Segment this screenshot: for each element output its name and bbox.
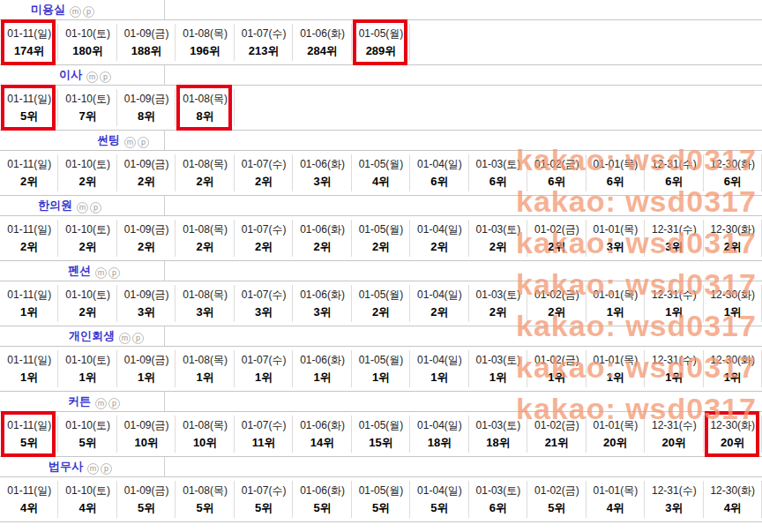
cell-date: 12-31(수) — [652, 483, 697, 498]
cell-date: 01-08(목) — [183, 26, 228, 41]
rank-cell: 01-03(토) 6위 — [469, 151, 527, 195]
cell-rank: 2위 — [430, 304, 448, 320]
cell-date: 01-11(일) — [7, 157, 51, 172]
pc-badge-icon: p — [90, 202, 101, 214]
cell-date: 01-09(금) — [124, 483, 169, 498]
cell-date: 01-08(목) — [183, 418, 228, 433]
rank-cell: 01-10(토) 180위 — [58, 20, 116, 64]
rank-cell: 01-08(목) 2위 — [176, 151, 234, 195]
rank-cell: 01-07(수) 2위 — [235, 151, 293, 195]
cell-date: 01-03(토) — [476, 222, 521, 237]
rank-cell: 12-31(수) 1위 — [645, 347, 703, 391]
cell-rank: 1위 — [607, 304, 624, 320]
rank-cell: 12-30(화) 1위 — [704, 347, 762, 391]
rank-cell: 01-04(일) 18위 — [410, 412, 468, 456]
cell-rank: 188위 — [131, 43, 162, 59]
cell-rank: 4위 — [372, 174, 390, 190]
cell-date: 01-11(일) — [7, 26, 51, 41]
cell-rank: 4위 — [20, 500, 38, 516]
cell-date: 01-10(토) — [65, 222, 110, 237]
cell-date: 01-10(토) — [65, 26, 110, 41]
cell-rank: 1위 — [724, 304, 742, 320]
keyword-link[interactable]: 썬팅 — [97, 132, 120, 148]
rank-cell: 01-02(금) 6위 — [527, 151, 586, 195]
cell-rank: 1위 — [20, 304, 38, 320]
cell-rank: 2위 — [255, 174, 273, 190]
rank-cell: 01-07(수) 3위 — [235, 281, 293, 326]
rank-cell: 01-10(토) 4위 — [58, 477, 116, 521]
rank-cell: 12-31(수) 3위 — [645, 477, 703, 521]
rank-cell: 01-08(목) 196위 — [176, 20, 234, 64]
rank-cell: 01-09(금) 3위 — [117, 281, 176, 326]
rank-cell: 01-04(일) 6위 — [410, 151, 468, 195]
rank-cell: 01-05(월) 1위 — [352, 347, 410, 391]
keyword-link[interactable]: 한의원 — [38, 198, 72, 214]
cell-rank: 3위 — [665, 239, 683, 255]
cell-rank: 2위 — [138, 174, 155, 190]
cell-rank: 2위 — [489, 304, 507, 320]
keyword-link[interactable]: 법무사 — [49, 459, 83, 475]
cell-rank: 196위 — [190, 43, 220, 59]
rank-cell: 01-03(토) 2위 — [469, 216, 527, 260]
cell-rank: 5위 — [430, 500, 448, 516]
cell-date: 01-03(토) — [476, 418, 521, 433]
rank-history-row: 01-11(일) 2위 01-10(토) 2위 01-09(금) 2위 01-0… — [0, 150, 762, 196]
rank-cell: 01-10(토) 2위 — [58, 281, 116, 326]
cell-rank: 21위 — [545, 435, 569, 451]
cell-rank: 2위 — [548, 239, 565, 255]
rank-cell: 01-09(금) 10위 — [117, 412, 176, 456]
cell-rank: 6위 — [548, 174, 565, 190]
rank-cell: 01-05(월) 4위 — [352, 151, 410, 195]
cell-rank: 4위 — [607, 500, 624, 516]
keyword-section-isa: 이사 m p 01-11(일) 5위 01-10(토) 7위 01-09(금) … — [0, 65, 762, 131]
cell-rank: 3위 — [138, 304, 155, 320]
rank-cell: 01-06(화) 2위 — [293, 216, 351, 260]
rank-cell: 12-30(화) 2위 — [704, 216, 762, 260]
cell-date: 01-06(화) — [300, 222, 345, 237]
rank-cell: 01-11(일) 5위 — [0, 86, 58, 130]
cell-date: 01-02(금) — [534, 222, 579, 237]
rank-cell: 01-03(토) 2위 — [469, 281, 527, 326]
keyword-link[interactable]: 미용실 — [31, 2, 65, 18]
cell-date: 01-07(수) — [242, 26, 287, 41]
rank-cell: 01-10(토) 1위 — [58, 347, 116, 391]
rank-cell: 01-09(금) 188위 — [117, 20, 176, 64]
rank-cell: 01-11(일) 2위 — [0, 151, 58, 195]
rank-cell: 12-31(수) 20위 — [645, 412, 703, 456]
keyword-link[interactable]: 펜션 — [68, 263, 91, 279]
cell-rank: 20위 — [603, 435, 627, 451]
rank-cell: 01-07(수) 2위 — [235, 216, 293, 260]
cell-date: 01-08(목) — [183, 157, 228, 172]
cell-rank: 5위 — [313, 500, 331, 516]
keyword-link[interactable]: 커튼 — [68, 393, 91, 409]
column-divider — [164, 261, 165, 281]
cell-rank: 5위 — [548, 500, 565, 516]
keyword-link[interactable]: 이사 — [59, 67, 82, 83]
cell-rank: 3위 — [607, 239, 624, 255]
rank-cell: 12-31(수) 1위 — [645, 281, 703, 326]
mobile-badge-icon: m — [95, 267, 107, 279]
rank-history-row: 01-11(일) 4위 01-10(토) 4위 01-09(금) 5위 01-0… — [0, 476, 762, 522]
cell-rank: 5위 — [20, 109, 38, 124]
cell-rank: 1위 — [489, 370, 507, 386]
rank-cell: 01-09(금) 2위 — [117, 216, 176, 260]
cell-rank: 4위 — [79, 500, 97, 516]
cell-date: 12-30(화) — [710, 418, 755, 433]
rank-cell: 01-04(일) 5위 — [410, 477, 468, 521]
cell-rank: 213위 — [249, 43, 280, 59]
cell-date: 01-04(일) — [417, 288, 462, 303]
rank-cell: 01-01(목) 1위 — [586, 281, 645, 326]
cell-date: 01-11(일) — [7, 222, 51, 237]
rank-cell: 01-01(목) 6위 — [586, 151, 645, 195]
rank-cell: 01-09(금) 8위 — [117, 86, 176, 130]
cell-rank: 18위 — [486, 435, 510, 451]
cell-date: 01-09(금) — [124, 222, 169, 237]
cell-date: 01-10(토) — [65, 418, 110, 433]
mobile-badge-icon: m — [70, 6, 81, 18]
cell-date: 12-30(화) — [710, 222, 755, 237]
cell-date: 01-09(금) — [124, 26, 169, 41]
keyword-link[interactable]: 개인회생 — [69, 328, 115, 344]
cell-date: 01-04(일) — [417, 353, 462, 368]
cell-rank: 1위 — [665, 304, 683, 320]
cell-rank: 2위 — [20, 239, 38, 255]
